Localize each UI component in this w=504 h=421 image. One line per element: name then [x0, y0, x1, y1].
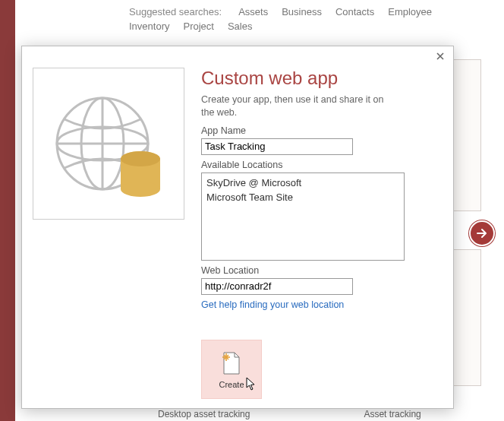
suggested-link[interactable]: Project: [183, 21, 213, 32]
web-location-input[interactable]: [201, 278, 353, 295]
suggested-link[interactable]: Employee: [388, 6, 432, 17]
dialog-hero-icon: [33, 68, 184, 220]
dialog-title: Custom web app: [201, 68, 443, 89]
location-item[interactable]: Microsoft Team Site: [206, 191, 399, 205]
suggested-link[interactable]: Sales: [228, 21, 253, 32]
globe-database-icon: [48, 83, 169, 204]
help-link[interactable]: Get help finding your web location: [201, 299, 344, 310]
suggested-link[interactable]: Contacts: [335, 6, 374, 17]
suggested-searches: Suggested searches: Assets Business Cont…: [129, 6, 455, 32]
suggested-link[interactable]: Assets: [238, 6, 268, 17]
suggested-label: Suggested searches:: [129, 6, 222, 17]
cursor-icon: [246, 377, 257, 391]
custom-web-app-dialog: Custom web app Create your app, then use…: [21, 46, 454, 409]
svg-point-8: [121, 151, 160, 166]
arrow-right-icon: [475, 226, 489, 240]
app-name-input[interactable]: [201, 138, 353, 155]
app-sidebar: [0, 0, 15, 421]
web-location-label: Web Location: [201, 265, 443, 276]
dialog-description: Create your app, then use it and share i…: [201, 93, 391, 119]
svg-point-7: [121, 182, 160, 197]
locations-listbox[interactable]: SkyDrive @ Microsoft Microsoft Team Site: [201, 173, 405, 261]
locations-label: Available Locations: [201, 160, 443, 170]
template-label[interactable]: Desktop asset tracking: [158, 409, 250, 419]
location-item[interactable]: SkyDrive @ Microsoft: [206, 176, 399, 191]
app-name-label: App Name: [201, 125, 443, 136]
template-label[interactable]: Asset tracking: [364, 409, 421, 419]
suggested-link[interactable]: Business: [282, 6, 322, 17]
next-arrow-button[interactable]: [469, 220, 495, 246]
create-label: Create: [219, 380, 244, 389]
create-button[interactable]: Create: [201, 340, 262, 399]
suggested-link[interactable]: Inventory: [129, 21, 169, 32]
close-button[interactable]: [433, 49, 447, 63]
close-icon: [436, 52, 444, 60]
new-document-icon: [221, 350, 242, 375]
